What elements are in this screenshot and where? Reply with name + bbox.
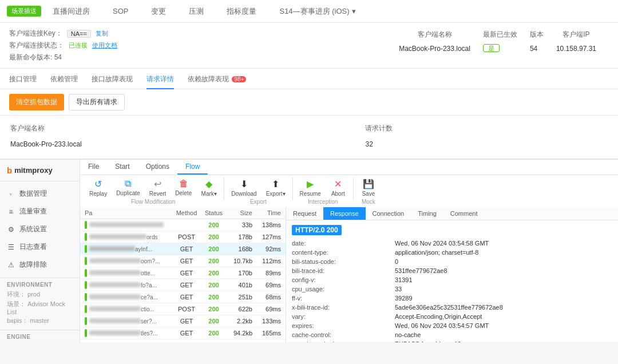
export-button-tb[interactable]: ⬆ Export▾: [262, 177, 290, 198]
status-label: 客户端连接状态：: [9, 41, 64, 50]
nav-tab-stress[interactable]: 压测: [177, 0, 215, 23]
flow-row-selected[interactable]: ayInf... GET 200 168b 92ms: [80, 243, 286, 255]
flow-time: 165ms: [252, 330, 281, 337]
flow-path: fo?a...: [89, 282, 172, 288]
proxy-tab-flow[interactable]: Flow: [177, 160, 208, 175]
flow-row[interactable]: otte... GET 200 170b 89ms: [80, 267, 286, 279]
header-key: bili-status-code:: [292, 258, 395, 265]
flow-time: 68ms: [252, 294, 281, 300]
header-value: 0: [395, 258, 398, 265]
detail-tab-response[interactable]: Response: [323, 207, 366, 220]
detail-tab-connection[interactable]: Connection: [366, 207, 411, 220]
traffic-icon: ≡: [7, 208, 15, 216]
subnav-interface[interactable]: 接口管理: [9, 69, 37, 89]
flow-status: 200: [201, 270, 227, 276]
detail-tab-comment[interactable]: Comment: [443, 207, 485, 220]
sidebar-label-fault: 故障排除: [19, 260, 47, 270]
client-ip: 10.158.97.31: [556, 43, 608, 54]
flow-row[interactable]: ser?... GET 200 2.2kb 133ms: [80, 315, 286, 327]
sidebar-item-settings[interactable]: ⚙ 系统设置: [0, 220, 80, 238]
subnav-request[interactable]: 请求详情: [146, 69, 174, 89]
flow-row[interactable]: ords POST 200 178b 127ms: [80, 231, 286, 243]
flow-status: 200: [201, 282, 227, 288]
sidebar-item-fault[interactable]: ⚠ 故障排除: [0, 256, 80, 274]
status-row: 客户端连接状态： 已连接 使用文档: [9, 41, 117, 50]
flow-path: ctio...: [89, 306, 172, 312]
info-section: 客户端连接Key： NA== 复制 客户端连接状态： 已连接 使用文档 最新命令…: [0, 23, 618, 69]
sidebar-item-logs[interactable]: ☰ 日志查看: [0, 238, 80, 256]
sidebar-item-data[interactable]: ◦ 数据管理: [0, 185, 80, 203]
header-row: bili-status-code: 0: [292, 257, 612, 266]
header-key: vary:: [292, 313, 395, 320]
resume-button[interactable]: ▶ Resume: [295, 177, 326, 198]
detail-panel: Request Response Connection Timing Comme…: [286, 207, 618, 342]
header-value: BYPASS from blzone12: [395, 341, 461, 342]
flow-time: 69ms: [252, 306, 281, 312]
resume-label: Resume: [300, 191, 321, 197]
flow-time: 138ms: [252, 221, 281, 228]
col-method: Method: [172, 209, 201, 216]
list-col-count: 请求计数: [331, 124, 608, 137]
row-indicator: [85, 245, 87, 253]
nav-tab-sop[interactable]: SOP: [101, 0, 140, 23]
flow-method: GET: [172, 282, 201, 288]
delete-button[interactable]: 🗑 Delete: [171, 177, 196, 198]
flow-status: 200: [201, 294, 227, 300]
version-row: 最新命令版本: 54: [9, 53, 117, 62]
proxy-tab-options[interactable]: Options: [138, 160, 177, 175]
logs-icon: ☰: [7, 243, 15, 251]
flow-status: 200: [201, 330, 227, 337]
proxy-tab-file[interactable]: File: [80, 160, 107, 175]
row-indicator: [85, 329, 87, 337]
nav-tab-s14[interactable]: S14—赛事进房 (iOS) ▾: [268, 0, 367, 23]
subnav-dep-fault[interactable]: 依赖故障表现 98+: [188, 69, 246, 89]
nav-tab-live[interactable]: 直播间进房: [41, 0, 101, 23]
flow-row[interactable]: tles?... GET 200 94.2kb 165ms: [80, 327, 286, 339]
duplicate-button[interactable]: ⧉ Duplicate: [112, 177, 145, 198]
flow-row[interactable]: oom?... GET 200 10.7kb 112ms: [80, 255, 286, 267]
flow-time: 69ms: [252, 282, 281, 288]
flow-row[interactable]: ce?a... GET 200 251b 68ms: [80, 291, 286, 303]
save-button[interactable]: 💾 Save: [356, 177, 381, 198]
mark-button[interactable]: ◆ Mark▾: [196, 177, 221, 198]
flow-row[interactable]: ctio... POST 200 622b 69ms: [80, 303, 286, 315]
proxy-sidebar: b mitmproxy ◦ 数据管理 ≡ 流量审查 ⚙ 系统设置 ☰ 日志查看 …: [0, 160, 80, 342]
clear-data-button[interactable]: 清空抓包数据: [9, 94, 64, 110]
duplicate-label: Duplicate: [116, 190, 140, 196]
flow-row[interactable]: fo?a... GET 200 401b 69ms: [80, 279, 286, 291]
sidebar-item-traffic[interactable]: ≡ 流量审查: [0, 203, 80, 220]
header-value: no-cache: [395, 331, 421, 338]
proxy-logo: b mitmproxy: [0, 160, 80, 181]
row-indicator: [85, 305, 87, 313]
doc-link[interactable]: 使用文档: [92, 41, 117, 50]
detail-tab-request[interactable]: Request: [286, 207, 323, 220]
header-row: date: Wed, 06 Nov 2024 03:54:58 GMT: [292, 239, 612, 248]
delete-icon: 🗑: [179, 179, 188, 189]
scene-badge[interactable]: 场景插送: [7, 6, 41, 17]
proxy-tab-start[interactable]: Start: [107, 160, 137, 175]
copy-button[interactable]: 复制: [96, 29, 108, 38]
header-key: x-bili-trace-id:: [292, 304, 395, 311]
key-label: 客户端连接Key：: [9, 29, 62, 38]
flow-path: oom?...: [89, 258, 172, 264]
flow-method: POST: [172, 306, 201, 312]
flow-method: POST: [172, 234, 201, 240]
header-row: expires: Wed, 06 Nov 2024 03:54:57 GMT: [292, 321, 612, 330]
revert-button[interactable]: ↩ Revert: [145, 177, 171, 198]
subnav-dependency[interactable]: 依赖管理: [50, 69, 78, 89]
flow-size: 251b: [227, 294, 252, 300]
nav-tab-change[interactable]: 变更: [140, 0, 177, 23]
nav-tab-metric[interactable]: 指标度量: [215, 0, 268, 23]
flow-size: 168b: [227, 246, 252, 252]
flow-method: GET: [172, 270, 201, 276]
abort-button[interactable]: ✕ Abort: [326, 177, 351, 198]
flow-method: GET: [172, 330, 201, 337]
flow-row[interactable]: 200 33b 138ms: [80, 219, 286, 231]
export-button[interactable]: 导出所有请求: [69, 94, 125, 110]
subnav-fault[interactable]: 接口故障表现: [92, 69, 133, 89]
download-button[interactable]: ⬇ Download: [227, 177, 261, 198]
header-value: 39289: [395, 295, 413, 302]
detail-tab-timing[interactable]: Timing: [411, 207, 443, 220]
replay-button[interactable]: ↺ Replay: [85, 177, 112, 198]
header-row: x-cache-webcdn: BYPASS from blzone12: [292, 339, 612, 342]
